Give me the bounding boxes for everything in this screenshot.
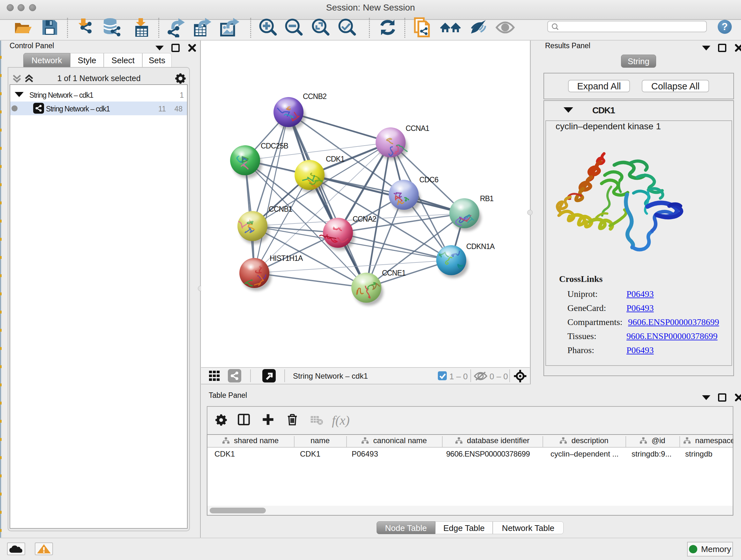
svg-text:CCNB1: CCNB1 xyxy=(269,205,292,213)
svg-text:CDC6: CDC6 xyxy=(419,176,438,184)
svg-text:CDK1: CDK1 xyxy=(326,155,344,163)
svg-text:CDKN1A: CDKN1A xyxy=(466,242,495,251)
svg-text:CDC25B: CDC25B xyxy=(261,142,288,150)
svg-text:CCNE1: CCNE1 xyxy=(382,269,406,277)
svg-text:RB1: RB1 xyxy=(480,194,493,203)
svg-text:CCNB2: CCNB2 xyxy=(303,92,327,101)
svg-text:CCNA2: CCNA2 xyxy=(353,215,376,223)
svg-text:CCNA1: CCNA1 xyxy=(406,124,429,132)
svg-text:HIST1H1A: HIST1H1A xyxy=(270,254,303,262)
